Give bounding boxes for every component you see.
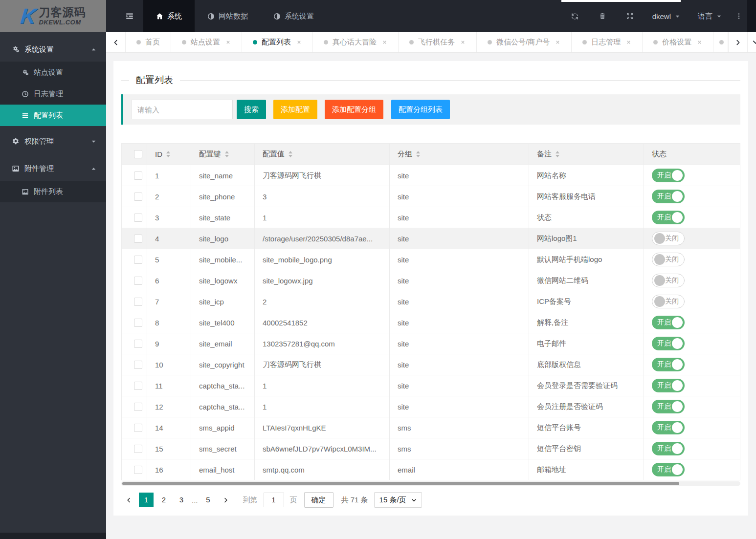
goto-confirm-button[interactable]: 确定 <box>304 492 334 508</box>
page-number[interactable]: 2 <box>156 493 171 507</box>
cell-id: 2 <box>147 186 191 207</box>
tab-wechat-accounts[interactable]: 微信公号/商户号 <box>477 32 572 52</box>
page-size-value: 15 条/页 <box>379 496 406 505</box>
refresh-icon[interactable] <box>561 0 589 32</box>
row-checkbox[interactable] <box>134 424 142 432</box>
sidebar-group-attachments[interactable]: 附件管理 <box>0 156 106 181</box>
user-menu[interactable]: dkewl <box>644 0 689 32</box>
status-toggle[interactable]: 关闭 <box>652 295 685 308</box>
sidebar-fold-icon[interactable] <box>116 0 143 32</box>
row-checkbox[interactable] <box>134 445 142 453</box>
row-checkbox[interactable] <box>134 235 142 243</box>
page-number[interactable]: 3 <box>174 493 189 507</box>
search-input[interactable] <box>131 100 233 119</box>
fullscreen-icon[interactable] <box>616 0 644 32</box>
status-toggle[interactable]: 开启 <box>652 190 685 203</box>
row-checkbox[interactable] <box>134 193 142 201</box>
chevron-down-icon <box>411 497 417 503</box>
tab-close-icon[interactable] <box>296 40 302 45</box>
tab-close-icon[interactable] <box>697 40 702 45</box>
nav-item-system[interactable]: 系统 <box>143 0 195 32</box>
status-toggle[interactable]: 开启 <box>652 316 685 329</box>
sidebar-item-site-settings[interactable]: 站点设置 <box>0 62 106 83</box>
row-checkbox[interactable] <box>134 361 142 369</box>
search-button[interactable]: 搜索 <box>237 100 266 119</box>
kebab-menu-icon[interactable] <box>731 0 747 32</box>
status-toggle[interactable]: 关闭 <box>652 274 685 287</box>
caret-up-icon <box>91 166 96 172</box>
trash-icon[interactable] <box>589 0 616 32</box>
page-title: 配置列表 <box>136 74 173 86</box>
tab-site-settings[interactable]: 站点设置 <box>171 32 242 52</box>
page-title-row: 配置列表 <box>121 61 740 86</box>
tabs-scroll-right-icon[interactable] <box>728 32 748 52</box>
sort-icon[interactable] <box>225 151 229 157</box>
nav-item-site-data[interactable]: 网站数据 <box>195 0 261 32</box>
page-prev-icon[interactable] <box>121 493 136 507</box>
sort-icon[interactable] <box>416 151 420 157</box>
sort-icon[interactable] <box>289 151 292 157</box>
tab-close-icon[interactable] <box>555 40 560 45</box>
page-next-icon[interactable] <box>219 493 233 507</box>
status-toggle[interactable]: 开启 <box>652 400 685 413</box>
status-toggle[interactable]: 开启 <box>652 442 685 455</box>
tab-truth-or-dare[interactable]: 真心话大冒险 <box>313 32 399 52</box>
row-checkbox[interactable] <box>134 277 142 285</box>
select-all-checkbox[interactable] <box>134 150 142 158</box>
tab-home[interactable]: 首页 <box>126 32 171 52</box>
status-toggle[interactable]: 开启 <box>652 169 685 182</box>
tab-dot-icon <box>488 40 492 44</box>
status-toggle[interactable]: 关闭 <box>652 232 685 245</box>
tab-close-icon[interactable] <box>626 40 631 45</box>
sidebar-item-attachment-list[interactable]: 附件列表 <box>0 181 106 202</box>
tab-log-management[interactable]: 日志管理 <box>572 32 643 52</box>
tab-label: 飞行棋任务 <box>418 38 455 47</box>
horizontal-scrollbar[interactable] <box>121 481 740 486</box>
scrollbar-thumb[interactable] <box>122 482 679 485</box>
sidebar-group-system-settings[interactable]: 系统设置 <box>0 37 106 62</box>
tab-dot-icon <box>253 40 257 44</box>
row-checkbox[interactable] <box>134 340 142 348</box>
tab-close-icon[interactable] <box>225 40 231 45</box>
tabs-menu-icon[interactable] <box>748 32 756 52</box>
row-checkbox[interactable] <box>134 256 142 264</box>
sidebar-item-log-management[interactable]: 日志管理 <box>0 83 106 105</box>
tab-flight-chess[interactable]: 飞行棋任务 <box>399 32 477 52</box>
status-toggle[interactable]: 开启 <box>652 463 685 476</box>
cell-value: 1 <box>255 396 390 417</box>
status-toggle[interactable]: 开启 <box>652 337 685 350</box>
row-checkbox[interactable] <box>134 466 142 474</box>
row-checkbox[interactable] <box>134 214 142 222</box>
status-toggle[interactable]: 关闭 <box>652 253 685 266</box>
sidebar-item-config-list[interactable]: 配置列表 <box>0 105 106 126</box>
add-config-group-button[interactable]: 添加配置分组 <box>325 100 383 119</box>
logo[interactable]: K 刀客源码 DKEWL.COM <box>0 0 106 32</box>
goto-page-input[interactable] <box>264 493 284 507</box>
row-checkbox[interactable] <box>134 319 142 327</box>
sidebar-group-permission[interactable]: 权限管理 <box>0 129 106 153</box>
sort-icon[interactable] <box>166 151 170 157</box>
status-toggle[interactable]: 开启 <box>652 421 685 434</box>
tabs-scroll-left-icon[interactable] <box>106 32 126 52</box>
row-checkbox[interactable] <box>134 298 142 306</box>
page-size-select[interactable]: 15 条/页 <box>374 492 422 508</box>
tab-close-icon[interactable] <box>382 40 387 45</box>
config-group-list-button[interactable]: 配置分组列表 <box>391 100 450 119</box>
status-toggle[interactable]: 开启 <box>652 379 685 392</box>
row-checkbox[interactable] <box>134 403 142 411</box>
page-number[interactable]: 5 <box>201 493 216 507</box>
cell-value: 40002541852 <box>255 312 390 333</box>
sort-icon[interactable] <box>556 151 559 157</box>
row-checkbox[interactable] <box>134 172 142 180</box>
tab-price-settings[interactable]: 价格设置 <box>643 32 713 52</box>
language-menu[interactable]: 语言 <box>689 0 731 32</box>
status-toggle[interactable]: 开启 <box>652 358 685 371</box>
nav-item-system-settings[interactable]: 系统设置 <box>261 0 327 32</box>
status-toggle[interactable]: 开启 <box>652 211 685 224</box>
tab-config-list[interactable]: 配置列表 <box>242 32 313 52</box>
row-checkbox[interactable] <box>134 382 142 390</box>
tab-close-icon[interactable] <box>460 40 466 45</box>
page-number[interactable]: 1 <box>139 493 154 507</box>
tab-partial[interactable] <box>713 32 728 52</box>
add-config-button[interactable]: 添加配置 <box>273 100 317 119</box>
